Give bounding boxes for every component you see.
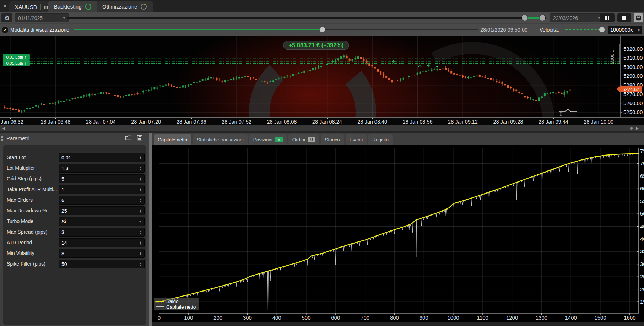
speed-slider-track[interactable] [565, 29, 600, 30]
chart-legend: Saldo Capitale netto [154, 298, 199, 310]
start-date-dropdown[interactable]: 01/11/2025 ▼ [15, 13, 69, 22]
progress-slider-track-done[interactable] [74, 29, 322, 30]
param-input-1[interactable]: 1.3▲▼ [59, 164, 145, 173]
scroll-right-icon[interactable]: ▶ [636, 126, 639, 131]
tab-statistiche-transazioni[interactable]: Statistiche transazioni [193, 134, 247, 145]
parameters-header: Parametri [0, 133, 149, 144]
load-icon[interactable] [125, 135, 132, 141]
equity-chart[interactable]: 0100200300400500600700800900100011001200… [152, 145, 644, 326]
svg-text:5250.00: 5250.00 [623, 109, 643, 115]
tab-posizioni[interactable]: Posizioni6 [249, 134, 287, 145]
arrow-up-icon: ↑ [25, 55, 27, 59]
pause-button[interactable] [600, 13, 615, 22]
parameters-form: Start Lot0.01▲▼Lot Multiplier1.3▲▼Grid S… [3, 145, 146, 325]
save-icon[interactable] [137, 135, 143, 141]
spinner-arrows-icon[interactable]: ▲▼ [139, 167, 142, 170]
tab-storico[interactable]: Storico [321, 134, 344, 145]
param-value: Sì [61, 219, 66, 224]
spinner-arrows-icon[interactable]: ▲▼ [139, 209, 142, 213]
progress-slider-track-remaining[interactable] [325, 29, 478, 30]
param-input-6[interactable]: Sì▼ [59, 217, 145, 226]
spinner-arrows-icon[interactable]: ▲▼ [638, 28, 640, 32]
spinner-arrows-icon[interactable]: ▲▼ [139, 230, 142, 234]
open-position-label[interactable]: 0.01 Lotti ↑ [3, 54, 30, 60]
scroll-left-icon[interactable]: ◀ [2, 126, 5, 131]
param-input-0[interactable]: 0.01▲▼ [59, 153, 145, 162]
time-axis-label: 28 Jan 08:08 [267, 119, 297, 125]
drag-handle[interactable] [1, 134, 4, 143]
tab-eventi[interactable]: Eventi [346, 134, 367, 145]
speed-input[interactable]: 1000000x ▲▼ [608, 26, 642, 34]
tab-registri[interactable]: Registri [368, 134, 393, 145]
param-input-4[interactable]: 6▲▼ [59, 196, 145, 205]
time-axis-label: 28 Jan 07:04 [86, 119, 116, 125]
param-input-8[interactable]: 14▲▼ [59, 238, 145, 247]
time-axis-label: 28 Jan 08:56 [403, 119, 433, 125]
spinner-arrows-icon[interactable]: ▲▼ [139, 199, 142, 202]
open-position-label[interactable]: 0.01 Lotti ↑ [3, 60, 30, 66]
panel-splitter[interactable] [149, 133, 152, 326]
tab-label: Eventi [350, 137, 363, 142]
y-axis-label: 2500 [640, 273, 644, 279]
spinner-arrows-icon[interactable]: ▲▼ [139, 262, 142, 266]
param-row: Spike Filter (pips)50▲▼ [3, 260, 146, 268]
x-axis-label: 1100 [477, 315, 488, 321]
visualization-bar: ✓ Modalità di visualizzazione 28/01/2026… [0, 23, 644, 36]
time-axis-label: 28 Jan 08:40 [357, 119, 387, 125]
range-slider-handle-left[interactable] [522, 15, 527, 21]
time-axis-label: 28 Jan 06:48 [40, 119, 70, 125]
optimization-label: Ottimizzazione [102, 4, 137, 10]
param-row: Turbo ModeSì▼ [3, 217, 146, 226]
x-axis-label: 1600 [624, 315, 635, 321]
time-axis: Jan 06:3228 Jan 06:4828 Jan 07:0428 Jan … [0, 117, 644, 125]
x-axis-label: 400 [272, 315, 281, 321]
speed-slider-handle[interactable] [599, 27, 605, 32]
chart-scrollbar[interactable]: ◀ ▶ [0, 125, 644, 131]
current-price-tag: 5274.62 [619, 86, 642, 92]
spinner-arrows-icon[interactable]: ▲▼ [139, 188, 142, 191]
parameters-panel: Parametri Start Lot0.01▲▼Lot Multiplier1… [0, 133, 149, 326]
param-input-9[interactable]: 8▲▼ [59, 249, 145, 258]
spinner-arrows-icon[interactable]: ▲▼ [139, 241, 142, 245]
save-button[interactable] [634, 13, 643, 22]
param-input-5[interactable]: 25▲▼ [59, 206, 145, 215]
tab-backtesting[interactable]: Backtesting [48, 1, 97, 12]
scroll-position-marker[interactable] [558, 108, 578, 117]
param-input-2[interactable]: 5▲▼ [59, 174, 145, 183]
backtesting-app: XAUUSD m1 Backtesting Ottimizzazione ⚙ 0… [0, 0, 644, 326]
param-value: 6 [61, 197, 64, 203]
stop-button[interactable] [617, 13, 631, 22]
y-axis-label: 7000 [640, 160, 644, 166]
y-axis-label: 6000 [640, 185, 644, 191]
param-input-3[interactable]: 1▲▼ [59, 185, 145, 194]
tab-capitale-netto[interactable]: Capitale netto [154, 134, 191, 145]
param-label: Max Spread (pips) [7, 228, 47, 236]
visualization-checkbox[interactable]: ✓ [2, 27, 8, 33]
x-axis-label: 500 [302, 315, 310, 321]
tab-label: Statistiche transazioni [197, 137, 243, 142]
legend-line-gray-icon [156, 306, 164, 307]
spinner-arrows-icon[interactable]: ▲▼ [139, 156, 142, 159]
spinner-arrows-icon[interactable]: ▲▼ [139, 177, 142, 181]
range-slider-handle-right[interactable] [540, 15, 545, 21]
window-dot-icon [4, 5, 6, 7]
param-row: Max Spread (pips)3▲▼ [3, 228, 146, 236]
scroll-dot-icon[interactable] [630, 127, 633, 130]
end-date-dropdown[interactable]: 22/03/2026 ▼ [550, 13, 604, 22]
backtest-toolbar: ⚙ 01/11/2025 ▼ 22/03/2026 ▼ [0, 12, 644, 23]
date-range-slider-track[interactable] [67, 17, 546, 19]
progress-slider-handle[interactable] [320, 27, 325, 32]
param-value: 5 [61, 176, 64, 182]
param-input-7[interactable]: 3▲▼ [59, 228, 145, 237]
legend-item-saldo: Saldo [156, 298, 197, 304]
tab-ordini[interactable]: Ordini0 [288, 134, 319, 145]
candlestick-chart[interactable]: 5320.005310.005300.005290.005280.005270.… [0, 36, 644, 117]
gear-icon: ⚙ [4, 14, 10, 22]
spinner-arrows-icon[interactable]: ▲▼ [139, 252, 142, 255]
tab-badge: 0 [308, 137, 315, 142]
param-input-10[interactable]: 50▲▼ [59, 260, 145, 268]
settings-button[interactable]: ⚙ [1, 13, 12, 22]
svg-text:5290.00: 5290.00 [623, 73, 643, 79]
results-tab-bar: Capitale nettoStatistiche transazioniPos… [154, 134, 393, 145]
tab-optimization[interactable]: Ottimizzazione [97, 1, 153, 12]
